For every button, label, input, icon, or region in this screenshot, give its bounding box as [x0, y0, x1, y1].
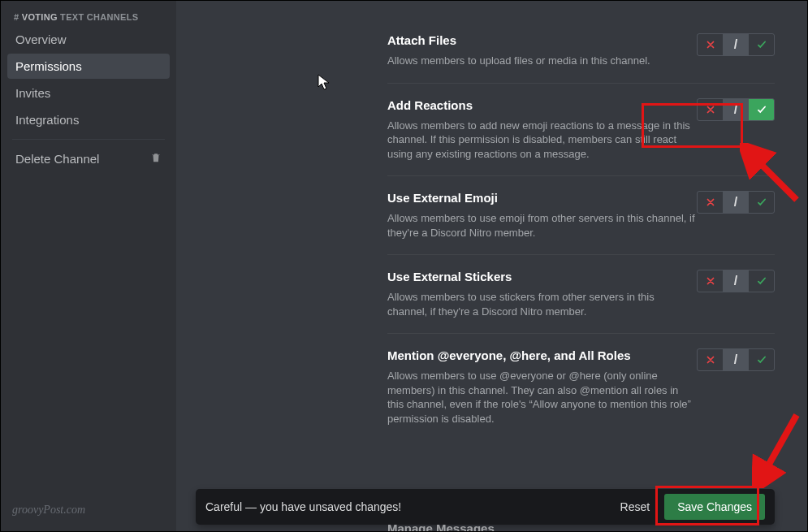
- permission-description: Allows members to use @everyone or @here…: [387, 369, 697, 426]
- permissions-panel: Attach Files Allows members to upload fi…: [176, 1, 807, 531]
- sidebar-item-permissions[interactable]: Permissions: [7, 54, 170, 79]
- permission-allow[interactable]: [749, 348, 775, 371]
- sidebar-item-label: Delete Channel: [15, 152, 99, 166]
- permission-row-mention-everyone: Mention @everyone, @here, and All Roles …: [387, 333, 775, 440]
- permission-passthrough[interactable]: /: [723, 33, 749, 56]
- permission-allow[interactable]: [749, 270, 775, 292]
- permission-passthrough[interactable]: /: [723, 98, 749, 121]
- permission-row-attach-files: Attach Files Allows members to upload fi…: [387, 11, 775, 83]
- permission-title: Add Reactions: [387, 98, 697, 112]
- unsaved-message: Careful — you have unsaved changes!: [205, 500, 609, 513]
- permission-deny[interactable]: [697, 348, 723, 371]
- permission-toggle: /: [697, 98, 775, 121]
- channel-header: # VOTING TEXT CHANNELS: [7, 7, 170, 27]
- trash-icon: [150, 152, 162, 166]
- permission-title-cutoff: Manage Messages: [387, 521, 495, 532]
- permission-row-external-emoji: Use External Emoji Allows members to use…: [387, 175, 775, 254]
- sidebar-item-invites[interactable]: Invites: [7, 80, 170, 106]
- sidebar-item-label: Integrations: [15, 113, 79, 127]
- permission-toggle: /: [697, 348, 775, 371]
- sidebar-item-overview[interactable]: Overview: [7, 27, 170, 52]
- permission-passthrough[interactable]: /: [723, 270, 749, 292]
- watermark-text: groovyPost.com: [12, 504, 85, 517]
- permission-description: Allows members to use emoji from other s…: [387, 211, 697, 240]
- sidebar-item-integrations[interactable]: Integrations: [7, 107, 170, 132]
- permission-deny[interactable]: [697, 98, 723, 121]
- permission-deny[interactable]: [697, 270, 723, 292]
- sidebar-item-label: Overview: [15, 32, 67, 46]
- hash-icon: #: [14, 12, 19, 22]
- permission-allow[interactable]: [749, 33, 775, 56]
- permission-allow[interactable]: [749, 98, 775, 121]
- permission-row-add-reactions: Add Reactions Allows members to add new …: [387, 83, 775, 176]
- permission-allow[interactable]: [749, 191, 775, 214]
- channel-category-label: TEXT CHANNELS: [60, 12, 138, 22]
- permission-description: Allows members to use stickers from othe…: [387, 290, 697, 318]
- permission-deny[interactable]: [697, 191, 723, 214]
- permission-list: Attach Files Allows members to upload fi…: [387, 1, 775, 441]
- permission-description: Allows members to upload files or media …: [387, 54, 650, 68]
- permission-passthrough[interactable]: /: [723, 191, 749, 214]
- permission-toggle: /: [697, 270, 775, 292]
- permission-deny[interactable]: [697, 33, 723, 56]
- permission-toggle: /: [697, 33, 775, 56]
- sidebar-separator: [12, 139, 165, 140]
- sidebar-item-delete-channel[interactable]: Delete Channel: [7, 146, 170, 171]
- permission-title: Use External Stickers: [387, 270, 697, 283]
- permission-title: Attach Files: [387, 33, 650, 47]
- permission-passthrough[interactable]: /: [723, 348, 749, 371]
- channel-name: VOTING: [22, 12, 58, 22]
- save-changes-button[interactable]: Save Changes: [664, 494, 765, 520]
- permission-description: Allows members to add new emoji reaction…: [387, 119, 697, 162]
- permission-title: Mention @everyone, @here, and All Roles: [387, 348, 697, 362]
- permission-row-external-stickers: Use External Stickers Allows members to …: [387, 254, 775, 333]
- sidebar-item-label: Invites: [15, 86, 50, 100]
- unsaved-changes-bar: Careful — you have unsaved changes! Rese…: [196, 489, 775, 525]
- sidebar-item-label: Permissions: [15, 59, 82, 73]
- reset-button[interactable]: Reset: [609, 494, 662, 520]
- permission-title: Use External Emoji: [387, 191, 697, 205]
- permission-toggle: /: [697, 191, 775, 214]
- settings-sidebar: # VOTING TEXT CHANNELS Overview Permissi…: [1, 1, 176, 531]
